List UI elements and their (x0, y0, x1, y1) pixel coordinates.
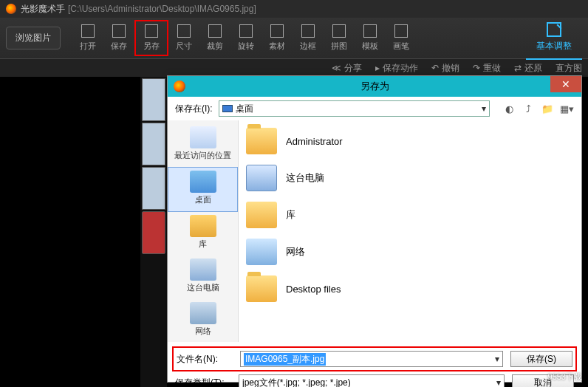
tool-save-as[interactable]: 另存 (134, 20, 168, 56)
save-action-button[interactable]: ▸ 保存动作 (375, 62, 418, 75)
tool-template[interactable]: 模板 (355, 21, 386, 55)
place-network[interactable]: 网络 (168, 299, 238, 342)
material-icon (270, 24, 284, 38)
tool-crop[interactable]: 裁剪 (199, 21, 230, 55)
main-toolbar: 浏览图片 打开 保存 另存 尺寸 裁剪 旋转 素材 边框 拼图 模板 画笔 基本… (0, 18, 588, 59)
list-item[interactable]: 这台电脑 (246, 162, 574, 199)
thumbnail[interactable] (142, 211, 165, 254)
up-icon[interactable]: ⤴ (521, 101, 536, 116)
rotate-icon (239, 24, 253, 38)
library-icon (246, 202, 277, 228)
titlebar: 光影魔术手 [C:\Users\Administrator\Desktop\IM… (0, 0, 588, 18)
app-name: 光影魔术手 (21, 3, 65, 16)
filename-row: 文件名(N): IMAG0965_副本.jpg 保存(S) (172, 346, 577, 371)
dialog-bottom: 文件名(N): IMAG0965_副本.jpg 保存(S) 保存类型(T): j… (168, 342, 581, 387)
folder-icon (246, 275, 277, 302)
save-icon (112, 24, 126, 38)
thumbnail-strip (140, 77, 167, 387)
basic-adjust-tab[interactable]: 基本调整 (526, 16, 582, 60)
tool-material[interactable]: 素材 (261, 21, 293, 55)
filename-label: 文件名(N): (177, 353, 233, 366)
view-icon[interactable]: ▦▾ (559, 101, 574, 116)
nav-icons: ◐ ⤴ 📁 ▦▾ (502, 101, 574, 116)
thumbnail[interactable] (142, 167, 165, 210)
file-path: [C:\Users\Administrator\Desktop\IMAG0965… (68, 4, 256, 14)
place-this-pc[interactable]: 这台电脑 (168, 256, 238, 299)
browse-button[interactable]: 浏览图片 (6, 27, 61, 49)
save-as-icon (145, 24, 158, 38)
tool-save[interactable]: 保存 (103, 21, 134, 55)
recent-icon (190, 126, 216, 148)
save-as-dialog: 另存为 ✕ 保存在(I): 桌面 ◐ ⤴ 📁 ▦▾ 最近访问的位置 桌面 库 这… (167, 75, 582, 383)
undo-button[interactable]: ↶ 撤销 (431, 62, 459, 75)
redo-button[interactable]: ↷ 重做 (473, 62, 501, 75)
save-in-combo[interactable]: 桌面 (219, 100, 490, 117)
place-desktop[interactable]: 桌面 (168, 167, 238, 212)
back-icon[interactable]: ◐ (502, 101, 516, 116)
filename-input[interactable]: IMAG0965_副本.jpg (240, 351, 503, 367)
template-icon (363, 24, 377, 38)
sub-toolbar: ≪ 分享 ▸ 保存动作 ↶ 撤销 ↷ 重做 ⇄ 还原 直方图 (0, 59, 588, 77)
list-item[interactable]: 网络 (246, 236, 574, 273)
open-icon (81, 24, 95, 38)
filetype-combo[interactable]: jpeg文件(*.jpg; *.jpeg; *.jpe) (239, 374, 505, 387)
tool-size[interactable]: 尺寸 (168, 21, 199, 55)
brush-icon (394, 24, 408, 38)
save-button[interactable]: 保存(S) (510, 351, 572, 367)
new-folder-icon[interactable]: 📁 (540, 101, 555, 116)
edit-icon (547, 22, 561, 37)
network-icon (246, 239, 277, 265)
size-icon (177, 24, 191, 38)
library-icon (190, 215, 216, 237)
save-in-row: 保存在(I): 桌面 ◐ ⤴ 📁 ▦▾ (168, 97, 581, 120)
dialog-icon (174, 81, 185, 92)
folder-icon (246, 128, 277, 154)
desktop-icon (190, 171, 216, 193)
pc-icon (246, 165, 277, 191)
tool-rotate[interactable]: 旋转 (230, 21, 261, 55)
watermark: 9553下载 (548, 371, 582, 383)
tool-border[interactable]: 边框 (293, 21, 324, 55)
share-button[interactable]: ≪ 分享 (332, 62, 362, 75)
list-item[interactable]: Administrator (246, 125, 574, 162)
dialog-title: 另存为 (360, 80, 389, 93)
file-list[interactable]: Administrator 这台电脑 库 网络 Desktop files (239, 120, 581, 342)
filetype-label: 保存类型(T): (175, 377, 231, 388)
desktop-icon (222, 105, 233, 112)
tool-open[interactable]: 打开 (72, 21, 103, 55)
app-icon (6, 4, 16, 14)
places-panel: 最近访问的位置 桌面 库 这台电脑 网络 (168, 120, 239, 342)
dialog-titlebar[interactable]: 另存为 ✕ (168, 76, 581, 97)
border-icon (301, 24, 315, 38)
collage-icon (332, 24, 346, 38)
tool-collage[interactable]: 拼图 (324, 21, 355, 55)
histogram-button[interactable]: 直方图 (555, 62, 582, 75)
list-item[interactable]: Desktop files (246, 273, 574, 309)
close-button[interactable]: ✕ (550, 76, 581, 92)
dialog-body: 最近访问的位置 桌面 库 这台电脑 网络 Administrator 这台电脑 … (168, 120, 581, 342)
pc-icon (190, 258, 216, 281)
crop-icon (208, 24, 222, 38)
save-in-label: 保存在(I): (175, 103, 213, 115)
list-item[interactable]: 库 (246, 199, 574, 236)
thumbnail[interactable] (142, 123, 165, 165)
place-library[interactable]: 库 (168, 212, 238, 256)
network-icon (190, 302, 216, 324)
thumbnail[interactable] (142, 78, 165, 121)
place-recent[interactable]: 最近访问的位置 (168, 123, 238, 167)
tool-brush[interactable]: 画笔 (386, 21, 417, 55)
filetype-row: 保存类型(T): jpeg文件(*.jpg; *.jpeg; *.jpe) 取消 (175, 374, 574, 387)
restore-button[interactable]: ⇄ 还原 (514, 62, 542, 75)
